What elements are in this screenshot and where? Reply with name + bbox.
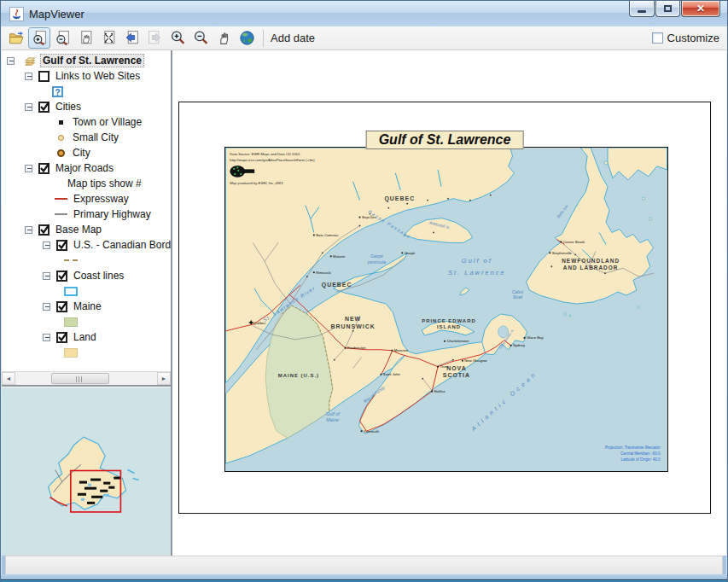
tree-item-us-canadian-border[interactable]: U.S. - Canadian Border: [2, 237, 171, 253]
tree-horizontal-scrollbar[interactable]: ◄ ►: [2, 371, 171, 385]
tree-item-label[interactable]: Major Roads: [55, 162, 114, 174]
question-icon: [52, 86, 63, 97]
tree-item-map-tips[interactable]: Map tips show #: [2, 176, 171, 191]
checkbox-box-icon[interactable]: [652, 32, 663, 44]
layer-checked-checkbox[interactable]: [38, 102, 50, 113]
tree-item-small-city[interactable]: Small City: [2, 130, 171, 145]
layer-checked-checkbox[interactable]: [56, 271, 67, 282]
map-label: Yarmouth: [364, 429, 380, 434]
tree-item-maine-swatch[interactable]: [2, 314, 171, 329]
map-label: Truro: [440, 364, 449, 369]
zoom-in-button[interactable]: [166, 27, 189, 49]
mapviewer-window: MapViewer ✕ Add date Customize Gulf of S…: [0, 0, 728, 582]
tree-item-label[interactable]: Base Map: [55, 224, 102, 236]
customize-checkbox[interactable]: Customize: [652, 32, 719, 44]
collapse-expander-icon[interactable]: [43, 242, 50, 249]
layer-checked-checkbox[interactable]: [56, 240, 67, 251]
layout-page: Gulf of St. Lawrence: [178, 102, 711, 514]
overview-map-image[interactable]: [2, 387, 171, 556]
tree-item-maine[interactable]: Maine: [2, 299, 171, 314]
tree-item-links-to-web-sites[interactable]: Links to Web Sites: [2, 68, 171, 84]
tree-item-gulf-of-st-lawrence[interactable]: Gulf of St. Lawrence: [2, 53, 171, 68]
highway-icon: [55, 213, 67, 215]
zoom-out-tool-button[interactable]: [51, 27, 73, 49]
map-image[interactable]: QUEBECQUEBECNEWBRUNSWICKMAINE (U.S.)NOVA…: [224, 147, 668, 472]
map-label: Québec: [253, 321, 267, 325]
map-label: CabotStrait: [512, 290, 524, 300]
layer-unchecked-checkbox[interactable]: [38, 71, 50, 82]
forward-extent-button: [143, 27, 166, 49]
tree-item-land-swatch[interactable]: [2, 345, 171, 360]
zoom-out-page-icon: [55, 30, 71, 46]
collapse-expander-icon[interactable]: [25, 165, 32, 172]
land-swatch: [64, 348, 78, 358]
map-label: Data Source: ESRI Maps and Data CD 2001,: [230, 152, 300, 156]
tree-item-label[interactable]: Town or Village: [73, 116, 142, 128]
tree-item-land[interactable]: Land: [2, 329, 171, 345]
collapse-expander-icon[interactable]: [25, 226, 32, 234]
tree-item-border-swatch[interactable]: [2, 253, 171, 268]
layer-checked-checkbox[interactable]: [56, 301, 67, 312]
zoom-in-page-icon: [32, 30, 48, 46]
map-label: QUEBEC: [384, 195, 415, 202]
back-extent-button[interactable]: [120, 27, 143, 49]
zoom-out-icon: [193, 30, 209, 46]
city-marker: [330, 255, 332, 257]
tree-item-label[interactable]: Map tips show #: [67, 178, 142, 189]
tree-item-label[interactable]: U.S. - Canadian Border: [73, 239, 171, 251]
city-marker: [444, 340, 446, 342]
collapse-expander-icon[interactable]: [25, 73, 32, 80]
layer-checked-checkbox[interactable]: [38, 163, 50, 174]
tree-item-label[interactable]: Expressway: [73, 193, 129, 205]
full-extent-button[interactable]: [97, 27, 119, 49]
tree-item-expressway[interactable]: Expressway: [2, 191, 171, 207]
close-button[interactable]: ✕: [681, 1, 720, 17]
layers-tree[interactable]: Gulf of St. LawrenceLinks to Web SitesCi…: [2, 50, 171, 387]
title-bar[interactable]: MapViewer ✕: [1, 1, 727, 26]
tree-item-cities[interactable]: Cities: [2, 99, 171, 114]
tree-item-base-map[interactable]: Base Map: [2, 222, 171, 237]
scroll-right-arrow-icon[interactable]: ►: [157, 372, 171, 385]
tree-item-label[interactable]: Cities: [55, 101, 81, 113]
tree-item-coast-lines[interactable]: Coast lines: [2, 268, 171, 283]
tree-item-coast-swatch[interactable]: [2, 283, 171, 299]
open-map-button[interactable]: [5, 27, 27, 49]
collapse-expander-icon[interactable]: [25, 103, 32, 111]
maximize-button[interactable]: [655, 1, 680, 17]
tree-item-web-link-symbol[interactable]: [2, 84, 171, 99]
zoom-out-button[interactable]: [189, 27, 212, 49]
town-icon: [59, 120, 63, 125]
tree-item-label[interactable]: Links to Web Sites: [55, 70, 140, 82]
window-title: MapViewer: [29, 8, 84, 20]
tree-item-label[interactable]: Primary Highway: [73, 208, 151, 220]
tree-item-label[interactable]: City: [73, 147, 90, 159]
tree-item-city[interactable]: City: [2, 145, 171, 160]
layer-checked-checkbox[interactable]: [56, 332, 67, 343]
collapse-expander-icon[interactable]: [43, 334, 50, 341]
pan-tool-button[interactable]: [74, 27, 96, 49]
tree-item-label[interactable]: Maine: [73, 300, 102, 312]
collapse-expander-icon[interactable]: [43, 303, 50, 311]
overview-map[interactable]: [2, 387, 171, 556]
expressway-icon: [55, 198, 67, 200]
pan-button[interactable]: [213, 27, 235, 49]
tree-item-label[interactable]: Small City: [73, 131, 119, 143]
collapse-expander-icon[interactable]: [7, 57, 15, 65]
scrollbar-thumb[interactable]: [51, 373, 109, 384]
add-date-button[interactable]: Add date: [271, 32, 315, 44]
tree-item-primary-highway[interactable]: Primary Highway: [2, 207, 171, 222]
collapse-expander-icon[interactable]: [43, 272, 50, 280]
tree-item-major-roads[interactable]: Major Roads: [2, 160, 171, 176]
scroll-left-arrow-icon[interactable]: ◄: [2, 372, 15, 385]
world-button[interactable]: [236, 27, 258, 49]
minimize-button[interactable]: [629, 1, 655, 17]
layer-checked-checkbox[interactable]: [38, 224, 50, 236]
tree-item-label[interactable]: Coast lines: [73, 270, 124, 282]
coast-swatch: [64, 287, 78, 296]
tree-item-label[interactable]: Gulf of St. Lawrence: [40, 54, 144, 67]
map-label: Sydney: [513, 343, 526, 347]
zoom-in-tool-button[interactable]: [28, 27, 50, 49]
tree-item-town-or-village[interactable]: Town or Village: [2, 114, 171, 130]
tree-item-label[interactable]: Land: [73, 331, 96, 343]
customize-label: Customize: [667, 32, 719, 44]
